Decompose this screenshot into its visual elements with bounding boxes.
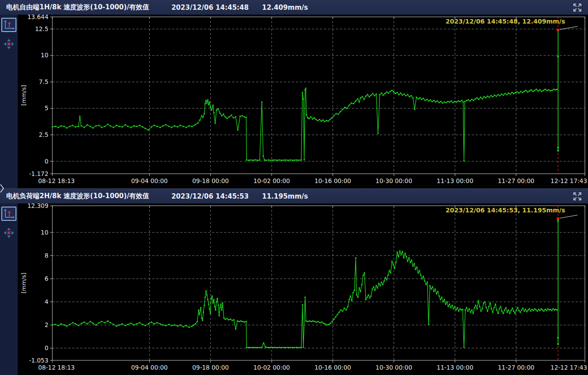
svg-text:09-04 00:00: 09-04 00:00 xyxy=(131,177,168,184)
svg-text:4: 4 xyxy=(44,298,48,305)
svg-text:09-04 00:00: 09-04 00:00 xyxy=(131,364,168,371)
svg-text:10-30 00:00: 10-30 00:00 xyxy=(375,364,412,371)
panel-motor-load-end: 电机负荷端2H/8k 速度波形(10-1000)/有效值 2023/12/06 … xyxy=(0,188,588,375)
expand-arrows-icon[interactable] xyxy=(572,191,583,202)
svg-text:-1.172: -1.172 xyxy=(29,170,48,177)
titlebar-motor-free-end: 电机自由端1H/8k 速度波形(10-1000)/有效值 2023/12/06 … xyxy=(0,0,588,15)
trend-plot-motor-load-end[interactable]: 12.3091086420-1.05308-12 18:1309-04 00:0… xyxy=(18,203,588,375)
svg-text:-1.053: -1.053 xyxy=(29,357,48,364)
expand-arrows-icon[interactable] xyxy=(572,2,583,13)
svg-text:5: 5 xyxy=(44,104,48,112)
titlebar-motor-load-end: 电机负荷端2H/8k 速度波形(10-1000)/有效值 2023/12/06 … xyxy=(0,188,588,203)
chart-toolstrip xyxy=(0,203,18,375)
svg-text:10-02 00:00: 10-02 00:00 xyxy=(253,364,290,371)
axis-autoscale-icon[interactable] xyxy=(1,18,16,32)
chart-current-value: 12.409mm/s xyxy=(262,4,308,12)
svg-text:[mm/s]: [mm/s] xyxy=(20,85,27,106)
svg-text:11-13 00:00: 11-13 00:00 xyxy=(437,177,473,184)
chart-region: 13.64412.5107.552.50-1.17208-12 18:1309-… xyxy=(0,15,588,188)
svg-text:11-27 00:00: 11-27 00:00 xyxy=(498,177,534,184)
svg-text:0: 0 xyxy=(44,344,48,351)
svg-text:10-16 00:00: 10-16 00:00 xyxy=(315,177,351,184)
trend-plot-motor-free-end[interactable]: 13.64412.5107.552.50-1.17208-12 18:1309-… xyxy=(18,15,588,188)
svg-text:6: 6 xyxy=(44,275,48,282)
chart-timestamp: 2023/12/06 14:45:48 xyxy=(171,4,249,12)
chart-title: 电机负荷端2H/8k 速度波形(10-1000)/有效值 xyxy=(6,192,149,200)
axis-autoscale-icon[interactable] xyxy=(1,207,16,221)
chart-timestamp: 2023/12/06 14:45:53 xyxy=(171,192,249,200)
svg-text:08-12 18:13: 08-12 18:13 xyxy=(38,364,75,371)
svg-text:[mm/s]: [mm/s] xyxy=(20,273,27,294)
svg-text:0: 0 xyxy=(44,158,48,165)
svg-text:11-27 00:00: 11-27 00:00 xyxy=(498,364,534,371)
svg-text:10-16 00:00: 10-16 00:00 xyxy=(315,364,351,371)
svg-text:2023/12/06 14:45:53, 11.195mm/: 2023/12/06 14:45:53, 11.195mm/s xyxy=(446,207,565,214)
svg-text:10: 10 xyxy=(41,229,48,236)
svg-text:12-12 17:43: 12-12 17:43 xyxy=(551,177,587,184)
svg-text:08-12 18:13: 08-12 18:13 xyxy=(38,177,75,184)
svg-text:12.5: 12.5 xyxy=(35,25,48,32)
svg-text:7.5: 7.5 xyxy=(39,78,48,85)
chevron-right-icon[interactable] xyxy=(0,184,4,195)
svg-text:2: 2 xyxy=(44,321,48,328)
svg-text:10-02 00:00: 10-02 00:00 xyxy=(253,177,290,184)
svg-text:09-18 00:00: 09-18 00:00 xyxy=(192,364,229,371)
svg-text:2.5: 2.5 xyxy=(39,131,48,138)
chart-toolstrip xyxy=(0,15,18,188)
chart-region: 12.3091086420-1.05308-12 18:1309-04 00:0… xyxy=(0,203,588,375)
chart-title: 电机自由端1H/8k 速度波形(10-1000)/有效值 xyxy=(6,3,149,12)
svg-text:11-13 00:00: 11-13 00:00 xyxy=(437,364,473,371)
svg-text:09-18 00:00: 09-18 00:00 xyxy=(192,177,229,184)
svg-text:8: 8 xyxy=(44,252,48,259)
svg-text:10-30 00:00: 10-30 00:00 xyxy=(375,177,412,184)
chart-current-value: 11.195mm/s xyxy=(262,192,308,200)
svg-text:12.309: 12.309 xyxy=(28,203,48,209)
move-pan-icon[interactable] xyxy=(3,38,15,50)
panel-motor-free-end: 电机自由端1H/8k 速度波形(10-1000)/有效值 2023/12/06 … xyxy=(0,0,588,188)
svg-text:12-12 17:43: 12-12 17:43 xyxy=(551,364,587,371)
svg-text:13.644: 13.644 xyxy=(28,15,48,20)
svg-text:10: 10 xyxy=(41,52,48,59)
svg-text:2023/12/06 14:45:48, 12.409mm/: 2023/12/06 14:45:48, 12.409mm/s xyxy=(446,18,565,25)
move-pan-icon[interactable] xyxy=(3,227,15,239)
